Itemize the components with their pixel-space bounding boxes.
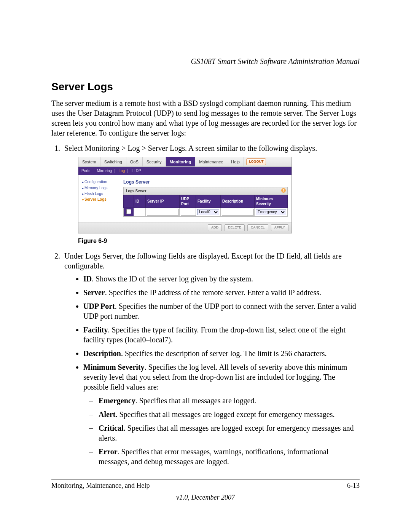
field-facility: Facility. Specifies the type of facility… xyxy=(83,325,360,345)
tab-system[interactable]: System xyxy=(78,157,100,166)
step-2: Under Logs Server, the following fields … xyxy=(62,251,360,466)
sidebar-memory-logs[interactable]: ▸Memory Logs xyxy=(82,185,120,190)
sidebar-flash-logs[interactable]: ▸Flash Logs xyxy=(82,191,120,196)
header-rule xyxy=(51,69,360,69)
section-title: Server Logs xyxy=(51,81,360,93)
step-1-text: Select Monitoring > Log > Server Logs. A… xyxy=(64,144,317,152)
udp-port-input[interactable] xyxy=(181,209,196,216)
subnav-log[interactable]: Log xyxy=(119,169,125,173)
field-server: Server. Specifies the IP address of the … xyxy=(83,288,360,297)
help-icon[interactable]: ? xyxy=(281,188,286,193)
table-title: Logs Server xyxy=(126,189,147,193)
col-min-severity: Minimum Severity xyxy=(255,195,288,208)
panel-title: Logs Server xyxy=(123,179,288,185)
sidebar-configuration[interactable]: ▸Configuration xyxy=(82,179,120,184)
logs-server-table: ID Server IP UDP Port Facility Descripti… xyxy=(123,195,288,217)
page-footer: Monitoring, Maintenance, and Help 6-13 v… xyxy=(51,479,360,502)
col-facility: Facility xyxy=(196,195,221,208)
sidebar: ▸Configuration ▸Memory Logs ▸Flash Logs … xyxy=(82,179,120,217)
sub-nav: Ports| Mirroring| Log| LLDP xyxy=(78,167,292,175)
table-row: Local0 Emergency xyxy=(124,208,288,216)
footer-left: Monitoring, Maintenance, and Help xyxy=(51,482,150,490)
sev-alert: Alert. Specifies that all messages are l… xyxy=(99,409,360,419)
col-udp-port: UDP Port xyxy=(180,195,196,208)
severity-select[interactable]: Emergency xyxy=(256,209,286,215)
footer-version: v1.0, December 2007 xyxy=(51,494,360,502)
cancel-button[interactable]: CANCEL xyxy=(247,224,268,231)
sev-critical: Critical. Specifies that all messages ar… xyxy=(99,423,360,443)
subnav-lldp[interactable]: LLDP xyxy=(132,169,141,173)
tab-help[interactable]: Help xyxy=(227,157,244,166)
field-min-severity: Minimum Severity. Specifies the log leve… xyxy=(83,362,360,466)
figure-caption: Figure 6-9 xyxy=(78,237,360,245)
button-bar: ADD DELETE CANCEL APPLY xyxy=(78,222,292,233)
col-id: ID xyxy=(134,195,146,208)
table-title-bar: Logs Server ? xyxy=(123,187,288,195)
col-server-ip: Server IP xyxy=(146,195,180,208)
apply-button[interactable]: APPLY xyxy=(271,224,288,231)
sidebar-server-logs[interactable]: ▾Server Logs xyxy=(82,197,120,202)
col-description: Description xyxy=(221,195,255,208)
row-checkbox[interactable] xyxy=(126,209,131,214)
delete-button[interactable]: DELETE xyxy=(225,224,245,231)
tab-qos[interactable]: QoS xyxy=(126,157,143,166)
field-udp-port: UDP Port. Specifies the number of the UD… xyxy=(83,301,360,321)
sev-emergency: Emergency. Specifies that all messages a… xyxy=(99,396,360,406)
main-tabs: System Switching QoS Security Monitoring… xyxy=(78,157,292,167)
server-ip-input[interactable] xyxy=(147,209,179,216)
sev-error: Error. Specifies that error messages, wa… xyxy=(99,447,360,466)
tab-monitoring[interactable]: Monitoring xyxy=(166,157,196,166)
logout-button[interactable]: LOGOUT xyxy=(246,158,266,165)
description-input[interactable] xyxy=(222,209,254,216)
screenshot-figure: System Switching QoS Security Monitoring… xyxy=(78,157,292,233)
tab-switching[interactable]: Switching xyxy=(100,157,126,166)
doc-header: GS108T Smart Switch Software Administrat… xyxy=(51,57,360,66)
subnav-ports[interactable]: Ports xyxy=(81,169,90,173)
field-id: ID. Shows the ID of the server log given… xyxy=(83,274,360,284)
tab-maintenance[interactable]: Maintenance xyxy=(195,157,227,166)
facility-select[interactable]: Local0 xyxy=(197,209,219,215)
step-2-lead: Under Logs Server, the following fields … xyxy=(64,252,342,270)
footer-page-number: 6-13 xyxy=(347,482,360,490)
subnav-mirroring[interactable]: Mirroring xyxy=(97,169,112,173)
intro-paragraph: The server medium is a remote host with … xyxy=(51,98,360,138)
add-button[interactable]: ADD xyxy=(208,224,222,231)
field-description: Description. Specifies the description o… xyxy=(83,348,360,358)
tab-security[interactable]: Security xyxy=(143,157,166,166)
step-1: Select Monitoring > Log > Server Logs. A… xyxy=(62,143,360,245)
